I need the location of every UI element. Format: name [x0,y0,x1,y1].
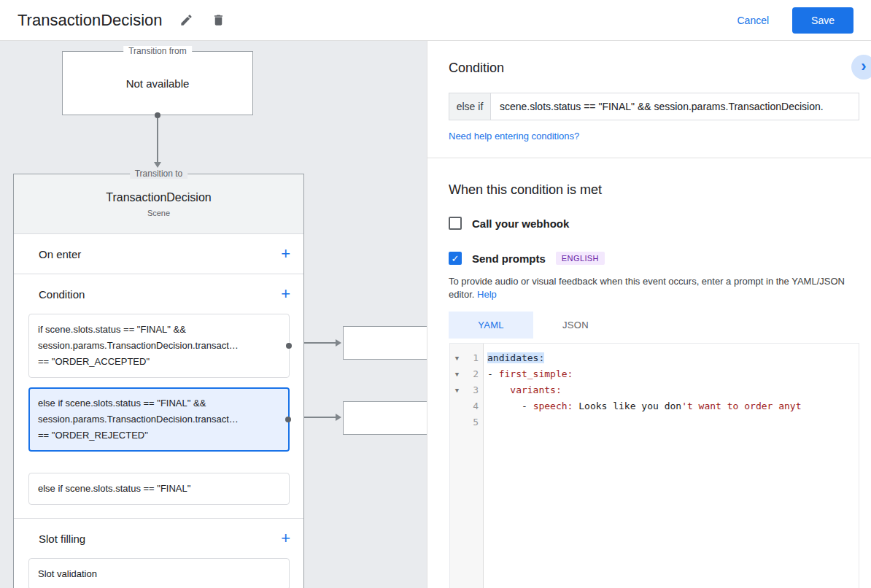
webhook-row: Call your webhook [449,217,569,230]
code-token: Looks like you don [573,401,681,411]
line-number: 5 [464,414,483,430]
code-token: variants: [510,384,561,395]
code-token: - [487,368,499,379]
delete-icon[interactable] [211,12,227,28]
code-line: variants: [487,382,859,398]
code-line [487,414,859,430]
transition-to-label: Transition to [130,169,188,179]
condition-connector-dot [285,417,291,422]
condition-connector-arrowhead-1-icon [336,339,341,347]
line-number: 3 [464,382,483,398]
condition-section: Condition + [14,274,303,314]
call-webhook-label: Call your webhook [472,217,569,230]
chevron-right-icon: › [861,58,866,74]
tab-json[interactable]: JSON [533,312,618,339]
code-line: - first_simple: [487,366,859,382]
scene-node[interactable]: Transition to TransactionDecision Scene … [13,174,304,588]
condition-item-accepted[interactable]: if scene.slots.status == "FINAL" && sess… [28,314,290,378]
fold-spacer [450,398,464,414]
code-token: andidates: [487,352,544,363]
condition-connector-arrowhead-2-icon [336,414,341,421]
condition-editor-panel: › Condition else if Need help entering c… [427,41,871,588]
connector-arrowhead-icon [154,162,161,168]
code-token: speech: [533,401,573,411]
code-token: first_simple: [499,368,573,379]
condition-text: session.params.TransactionDecision.trans… [38,338,280,354]
add-condition-icon[interactable]: + [281,286,290,302]
code-token [487,384,510,395]
code-line: andidates: [487,350,859,366]
editor-gutter: ▼ 1 ▼ 2 ▼ 3 4 5 [450,344,484,588]
editor-code-area[interactable]: andidates: - first_simple: variants: - s… [484,344,859,588]
transition-from-content: Not available [63,52,252,115]
condition-expression-input[interactable] [491,93,859,120]
send-prompts-checkbox[interactable]: ✓ [449,252,462,265]
prompt-description-text: To provide audio or visual feedback when… [449,276,845,300]
slot-filling-label: Slot filling [39,533,85,545]
language-badge: ENGLISH [556,252,605,265]
send-prompts-label: Send prompts [472,252,546,265]
check-icon: ✓ [452,253,460,264]
transition-target-node[interactable] [343,401,427,435]
transition-from-node[interactable]: Transition from Not available [62,51,253,115]
on-enter-section: On enter + [14,234,303,274]
condition-label: Condition [39,288,85,301]
scene-node-title: TransactionDecision [106,191,211,204]
divider [427,158,871,158]
condition-text: session.params.TransactionDecision.trans… [38,411,280,428]
line-number: 2 [464,366,483,382]
condition-text: else if scene.slots.status == "FINAL" [38,481,280,497]
code-token: - [487,401,533,411]
condition-text: if scene.slots.status == "FINAL" && [38,322,280,338]
save-button[interactable]: Save [792,7,853,34]
when-met-heading: When this condition is met [449,182,602,198]
slot-item-validation[interactable]: Slot validation [28,558,290,588]
slot-item-text: Slot validation [38,566,280,582]
panel-condition-heading: Condition [449,61,504,76]
add-on-enter-icon[interactable]: + [281,246,290,262]
editor-tabs: YAML JSON [449,312,618,339]
cancel-button[interactable]: Cancel [737,15,769,26]
transition-from-label: Transition from [123,46,192,56]
page-title: TransactionDecision [18,11,163,30]
scene-graph-canvas: Transition from Not available Transition… [0,41,427,588]
condition-connector-dot [286,343,292,349]
transition-target-node[interactable] [343,326,427,360]
condition-text: else if scene.slots.status == "FINAL" && [38,395,280,411]
code-line: - speech: Looks like you don't want to o… [487,398,859,414]
on-enter-label: On enter [39,248,81,260]
condition-text: == "ORDER_REJECTED" [38,428,280,444]
fold-spacer [450,414,464,430]
condition-text: == "ORDER_ACCEPTED" [38,354,280,370]
scene-node-header[interactable]: TransactionDecision Scene [14,174,303,234]
add-slot-icon[interactable]: + [281,530,290,546]
collapse-panel-button[interactable]: › [851,55,871,80]
condition-prefix-chip: else if [449,93,491,120]
yaml-code-editor[interactable]: ▼ 1 ▼ 2 ▼ 3 4 5 andidates: - first_simpl… [449,343,859,588]
condition-item-final[interactable]: else if scene.slots.status == "FINAL" [28,473,290,505]
line-number: 4 [464,398,483,414]
edit-icon[interactable] [179,12,195,28]
fold-arrow-icon[interactable]: ▼ [450,366,464,382]
condition-help-link[interactable]: Need help entering conditions? [449,131,579,142]
tab-yaml[interactable]: YAML [449,312,533,339]
connector-dot [155,112,160,118]
fold-arrow-icon[interactable]: ▼ [450,382,464,398]
code-token: 't want to order anyt [681,401,801,411]
prompt-description: To provide audio or visual feedback when… [449,275,851,301]
send-prompts-row: ✓ Send prompts ENGLISH [449,252,605,265]
fold-arrow-icon[interactable]: ▼ [450,350,464,366]
line-number: 1 [464,350,483,366]
scene-node-subtitle: Scene [147,209,170,217]
condition-item-rejected-selected[interactable]: else if scene.slots.status == "FINAL" &&… [28,387,290,452]
call-webhook-checkbox[interactable] [449,217,462,230]
top-bar: TransactionDecision Cancel Save [0,0,871,41]
help-link[interactable]: Help [477,289,497,300]
connector-line [157,118,158,162]
slot-filling-section: Slot filling + [14,519,303,558]
condition-input-row: else if [449,93,859,120]
